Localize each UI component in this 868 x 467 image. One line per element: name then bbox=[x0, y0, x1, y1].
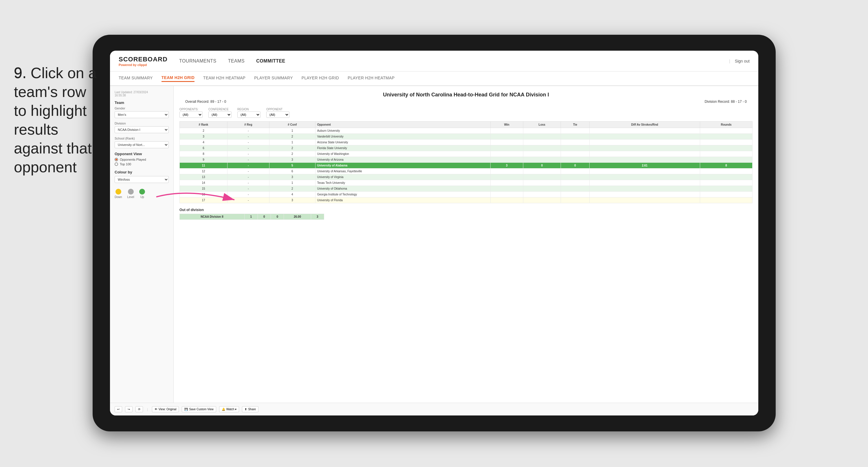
table-row[interactable]: 9-3University of Arizona bbox=[180, 157, 752, 163]
cell-loss bbox=[523, 140, 561, 145]
share-label: Share bbox=[248, 408, 256, 411]
cell-win bbox=[491, 134, 523, 140]
colour-by-select[interactable]: Win/loss bbox=[115, 176, 169, 183]
grid-content: University of North Carolina Head-to-Hea… bbox=[174, 86, 758, 403]
col-opponent: Opponent bbox=[315, 122, 490, 128]
gender-select[interactable]: Men's bbox=[115, 111, 169, 118]
tab-player-h2h-grid[interactable]: PLAYER H2H GRID bbox=[302, 76, 339, 81]
bottom-toolbar: ↩ ↪ ⟳ | 👁 View: Original 💾 Save Custom V… bbox=[110, 403, 758, 415]
cell-rounds bbox=[700, 192, 752, 198]
tab-player-h2h-heatmap[interactable]: PLAYER H2H HEATMAP bbox=[348, 76, 395, 81]
cell-tie bbox=[561, 134, 589, 140]
table-row[interactable]: 8-2University of Washington bbox=[180, 151, 752, 157]
school-label: School (Rank) bbox=[115, 137, 169, 140]
watch-button[interactable]: 🔔 Watch ▾ bbox=[219, 406, 239, 412]
region-select[interactable]: (All) bbox=[237, 112, 260, 118]
opponents-played-radio[interactable]: Opponents Played bbox=[115, 158, 169, 161]
region-filter-label: Region bbox=[237, 108, 260, 111]
cell-tie bbox=[561, 180, 589, 186]
cell-tie bbox=[561, 192, 589, 198]
cell-rounds bbox=[700, 180, 752, 186]
col-tie: Tie bbox=[561, 122, 589, 128]
cell-diff bbox=[589, 140, 700, 145]
top-100-radio[interactable]: Top 100 bbox=[115, 163, 169, 166]
cell-rank: 3 bbox=[180, 134, 227, 140]
cell-win bbox=[491, 140, 523, 145]
tab-team-summary[interactable]: TEAM SUMMARY bbox=[119, 76, 153, 81]
cell-conf: 6 bbox=[269, 169, 315, 174]
out-of-division-title: Out of division bbox=[180, 208, 752, 212]
opponent-select[interactable]: (All) bbox=[266, 112, 289, 118]
division-label: Division bbox=[115, 122, 169, 125]
cell-win bbox=[491, 169, 523, 174]
table-row[interactable]: 16-4Georgia Institute of Technology bbox=[180, 192, 752, 198]
opponent-view-title: Opponent View bbox=[115, 152, 169, 156]
table-row[interactable]: 15-2University of Oklahoma bbox=[180, 186, 752, 192]
reset-button[interactable]: ⟳ bbox=[135, 406, 143, 412]
cell-rank: 8 bbox=[180, 151, 227, 157]
cell-diff bbox=[589, 145, 700, 151]
cell-win bbox=[491, 128, 523, 134]
conference-filter: Conference (All) bbox=[208, 108, 231, 118]
cell-rounds bbox=[700, 174, 752, 180]
nav-committee[interactable]: COMMITTEE bbox=[256, 58, 285, 64]
tab-team-h2h-grid[interactable]: TEAM H2H GRID bbox=[161, 75, 194, 82]
conference-select[interactable]: (All) bbox=[208, 112, 231, 118]
undo-button[interactable]: ↩ bbox=[115, 406, 122, 412]
team-label: Team bbox=[115, 100, 169, 105]
share-button[interactable]: ⬆ Share bbox=[242, 406, 258, 412]
radio-circle-top100 bbox=[115, 163, 118, 166]
table-row[interactable]: 14-1Texas Tech University bbox=[180, 180, 752, 186]
table-row[interactable]: 3-2Vanderbilt University bbox=[180, 134, 752, 140]
redo-button[interactable]: ↪ bbox=[125, 406, 132, 412]
save-custom-button[interactable]: 💾 Save Custom View bbox=[182, 406, 216, 412]
cell-rounds bbox=[700, 157, 752, 163]
h2h-table: # Rank # Reg # Conf Opponent Win Loss Ti… bbox=[180, 121, 752, 203]
nav-teams[interactable]: TEAMS bbox=[228, 58, 245, 64]
cell-reg: - bbox=[227, 145, 269, 151]
cell-rounds: 8 bbox=[700, 163, 752, 169]
cell-conf: 5 bbox=[269, 163, 315, 169]
cell-conf: 2 bbox=[269, 134, 315, 140]
school-select[interactable]: University of Nort... bbox=[115, 141, 169, 148]
top-nav: SCOREBOARD Powered by clippd TOURNAMENTS… bbox=[110, 51, 758, 71]
tablet-screen: SCOREBOARD Powered by clippd TOURNAMENTS… bbox=[110, 51, 758, 415]
opponents-select[interactable]: (All) bbox=[180, 112, 203, 118]
cell-rounds bbox=[700, 145, 752, 151]
cell-loss bbox=[523, 180, 561, 186]
gender-label: Gender bbox=[115, 107, 169, 110]
sign-out-link[interactable]: Sign out bbox=[735, 59, 750, 63]
view-original-button[interactable]: 👁 View: Original bbox=[152, 406, 179, 412]
out-of-div-diff: 26.00 bbox=[284, 214, 311, 220]
nav-tournaments[interactable]: TOURNAMENTS bbox=[179, 58, 216, 64]
table-row[interactable]: 11-5University of Alabama3002.618 bbox=[180, 163, 752, 169]
tab-player-summary[interactable]: PLAYER SUMMARY bbox=[254, 76, 293, 81]
grid-records: Overall Record: 89 - 17 - 0 Division Rec… bbox=[180, 99, 752, 104]
cell-opponent: University of Alabama bbox=[315, 163, 490, 169]
table-header-row: # Rank # Reg # Conf Opponent Win Loss Ti… bbox=[180, 122, 752, 128]
cell-win bbox=[491, 192, 523, 198]
cell-tie: 0 bbox=[561, 163, 589, 169]
col-reg: # Reg bbox=[227, 122, 269, 128]
table-row[interactable]: 2-1Auburn University bbox=[180, 128, 752, 134]
cell-diff bbox=[589, 186, 700, 192]
out-of-division-table: NCAA Division II 1 0 0 26.00 3 bbox=[180, 214, 324, 220]
col-rank: # Rank bbox=[180, 122, 227, 128]
logo-scoreboard: SCOREBOARD bbox=[119, 56, 167, 63]
division-select[interactable]: NCAA Division I bbox=[115, 126, 169, 133]
cell-rank: 2 bbox=[180, 128, 227, 134]
table-row[interactable]: 12-6University of Arkansas, Fayetteville bbox=[180, 169, 752, 174]
opponents-filter-label: Opponents: bbox=[180, 108, 203, 111]
out-of-division-row[interactable]: NCAA Division II 1 0 0 26.00 3 bbox=[180, 214, 324, 220]
table-row[interactable]: 13-3University of Virginia bbox=[180, 174, 752, 180]
cell-loss: 0 bbox=[523, 163, 561, 169]
filters-row: Opponents: (All) Conference (All) Region bbox=[180, 108, 752, 118]
cell-reg: - bbox=[227, 134, 269, 140]
legend-down: Down bbox=[115, 189, 122, 199]
tab-team-h2h-heatmap[interactable]: TEAM H2H HEATMAP bbox=[203, 76, 245, 81]
save-label: Save Custom View bbox=[189, 408, 213, 411]
cell-diff bbox=[589, 198, 700, 203]
table-row[interactable]: 4-1Arizona State University bbox=[180, 140, 752, 145]
table-row[interactable]: 6-2Florida State University bbox=[180, 145, 752, 151]
table-row[interactable]: 17-3University of Florida bbox=[180, 198, 752, 203]
